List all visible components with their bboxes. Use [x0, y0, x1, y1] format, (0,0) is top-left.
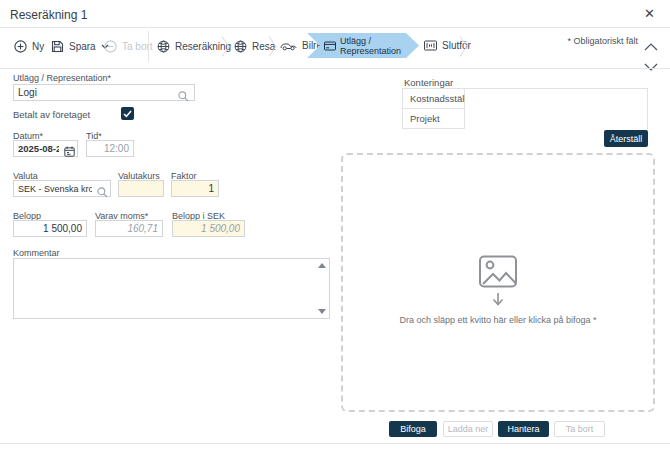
wizard-step-utlagg-active[interactable]: Utlägg / Representation	[307, 33, 419, 58]
scroll-down-icon[interactable]	[318, 309, 326, 314]
amount-sek-input[interactable]	[172, 220, 245, 237]
cost-center-label: Kostnadsställe	[403, 89, 465, 108]
dropzone-hint: Dra och släpp ett kvitto här eller klick…	[399, 315, 596, 325]
new-button-label: Ny	[32, 41, 44, 52]
table-row: Kostnadsställe	[403, 89, 647, 109]
time-input[interactable]	[86, 140, 134, 157]
required-field-note: * Obligatoriskt fält	[567, 36, 638, 46]
arrow-down-icon	[490, 293, 506, 306]
step-separator	[268, 36, 277, 61]
search-icon[interactable]	[178, 88, 189, 106]
factor-input[interactable]	[171, 180, 219, 197]
konteringar-title: Konteringar	[404, 77, 453, 88]
comment-textarea[interactable]	[14, 259, 329, 318]
image-placeholder-icon	[478, 255, 518, 291]
wizard-step-label: Utlägg / Representation	[340, 36, 419, 56]
search-icon[interactable]	[97, 184, 108, 202]
step-separator	[459, 36, 468, 61]
toolbar-divider	[148, 31, 149, 62]
konteringar-table: Kostnadsställe Projekt	[402, 88, 648, 129]
vat-input[interactable]	[95, 220, 163, 237]
circle-minus-icon	[104, 40, 117, 53]
circle-plus-icon	[14, 40, 27, 53]
cost-center-input[interactable]	[465, 90, 647, 109]
remove-attachment-button[interactable]: Ta bort	[554, 421, 605, 437]
globe-icon	[157, 40, 170, 53]
step-separator	[221, 36, 230, 61]
expense-dialog: Reseräkning 1 ✕ Ny Spara Ta bort Reseräk…	[0, 0, 670, 449]
close-icon[interactable]: ✕	[644, 7, 655, 20]
new-button[interactable]: Ny	[14, 40, 44, 53]
download-button[interactable]: Ladda ner	[443, 421, 493, 437]
attach-button[interactable]: Bifoga	[389, 421, 437, 437]
expense-type-label: Utlägg / Representation*	[13, 73, 111, 83]
checkmark-icon	[123, 110, 132, 118]
save-button[interactable]: Spara	[51, 40, 109, 53]
expense-type-input[interactable]	[13, 84, 195, 101]
reset-button[interactable]: Återställ	[604, 130, 648, 147]
globe-icon	[234, 40, 247, 53]
divider	[0, 68, 670, 69]
calendar-icon[interactable]	[64, 143, 75, 161]
floppy-disk-icon	[51, 40, 64, 53]
comment-field-wrap	[13, 258, 330, 319]
divider	[0, 27, 670, 28]
comment-label: Kommentar	[13, 248, 60, 258]
paid-by-company-checkbox[interactable]	[121, 107, 134, 120]
table-row: Projekt	[403, 109, 647, 128]
manage-button[interactable]: Hantera	[498, 421, 549, 437]
collapse-up-icon[interactable]	[644, 37, 658, 55]
credit-card-icon	[324, 41, 336, 51]
amount-input[interactable]	[13, 220, 87, 237]
delete-button[interactable]: Ta bort	[104, 40, 153, 53]
expand-down-icon[interactable]	[644, 57, 658, 75]
exchange-rate-input[interactable]	[118, 180, 164, 197]
page-title: Reseräkning 1	[10, 8, 87, 22]
car-icon	[280, 40, 297, 51]
scroll-up-icon[interactable]	[318, 263, 326, 268]
paid-by-company-label: Betalt av företaget	[13, 109, 90, 120]
project-label: Projekt	[403, 109, 465, 128]
finish-icon	[424, 40, 437, 51]
receipt-dropzone[interactable]: Dra och släpp ett kvitto här eller klick…	[341, 153, 655, 412]
project-input[interactable]	[465, 110, 647, 129]
save-button-label: Spara	[69, 41, 96, 52]
divider	[0, 443, 670, 444]
